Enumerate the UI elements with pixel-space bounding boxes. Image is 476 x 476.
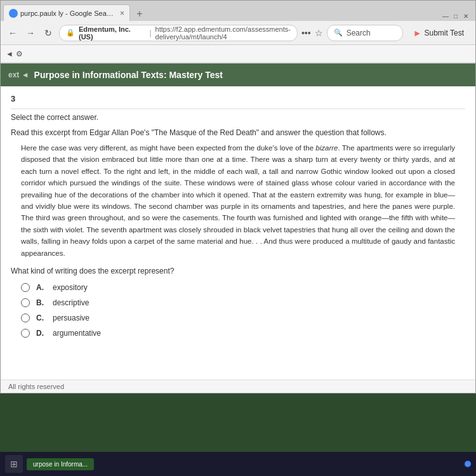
bookmarks-bar: ◄ ⚙	[1, 45, 475, 63]
browser-window: purpc.paulx ly - Google Search × + — □ ✕…	[0, 0, 476, 393]
separator	[11, 109, 465, 109]
page-title-bar: ext ◄ Purpose in Informational Texts: Ma…	[1, 63, 475, 86]
option-b-text: descriptive	[53, 298, 89, 307]
address-bar[interactable]: 🔒 Edmentum, Inc. (US) | https://f2.app.e…	[59, 25, 298, 41]
minimize-button[interactable]: —	[441, 12, 450, 21]
question-text: What kind of writing does the excerpt re…	[11, 267, 465, 275]
option-d[interactable]: D. argumentative	[21, 329, 465, 338]
tab-close-button[interactable]: ×	[120, 9, 124, 18]
search-label: Search	[347, 29, 371, 37]
content-area: 3 Select the correct answer. Read this e…	[1, 86, 475, 380]
taskbar-item-browser[interactable]: urpose in Informa...	[27, 458, 94, 470]
new-tab-button[interactable]: +	[133, 7, 147, 21]
search-icon: 🔍	[334, 29, 343, 37]
browser-tab-active[interactable]: purpc.paulx ly - Google Search ×	[3, 4, 130, 21]
site-name: Edmentum, Inc. (US)	[79, 25, 145, 41]
question-number: 3	[11, 94, 465, 103]
footer-text: All rights reserved	[8, 383, 64, 390]
passage-intro: Read this excerpt from Edgar Allan Poe's…	[11, 128, 465, 137]
taskbar-indicator	[465, 461, 471, 467]
footer-bar: All rights reserved	[1, 380, 475, 393]
option-a-label: A.	[36, 283, 46, 292]
option-b-label: B.	[36, 298, 46, 307]
radio-c[interactable]	[21, 314, 30, 322]
italic-word: bizarre	[315, 144, 338, 152]
desktop: purpc.paulx ly - Google Search × + — □ ✕…	[0, 0, 476, 476]
radio-a[interactable]	[21, 283, 30, 292]
refresh-button[interactable]: ↻	[41, 26, 55, 40]
forward-button[interactable]: →	[23, 26, 37, 40]
address-separator: |	[149, 29, 151, 37]
back-button[interactable]: ←	[6, 26, 20, 40]
desktop-background	[0, 393, 476, 452]
radio-d[interactable]	[21, 329, 30, 338]
browser-toolbar-right: ••• ☆	[301, 28, 323, 38]
address-bar-row: ← → ↻ 🔒 Edmentum, Inc. (US) | https://f2…	[1, 21, 475, 45]
option-b[interactable]: B. descriptive	[21, 298, 465, 307]
option-d-text: argumentative	[53, 329, 101, 338]
submit-icon: ►	[413, 28, 422, 38]
submit-test-label: Submit Test	[425, 29, 464, 37]
taskbar: ⊞ urpose in Informa...	[0, 452, 476, 476]
tab-bar: purpc.paulx ly - Google Search × + — □ ✕	[1, 1, 475, 21]
browser-chrome: purpc.paulx ly - Google Search × + — □ ✕…	[1, 1, 475, 63]
lock-icon: 🔒	[66, 29, 75, 37]
option-a-text: expository	[53, 283, 88, 292]
tab-label: purpc.paulx ly - Google Search	[20, 10, 115, 17]
bookmark-button[interactable]: ☆	[315, 28, 323, 38]
radio-b[interactable]	[21, 298, 30, 307]
search-bar[interactable]: 🔍 Search	[327, 25, 403, 41]
settings-icon[interactable]: ⚙	[16, 50, 23, 58]
nav-back-small[interactable]: ◄	[6, 50, 13, 58]
page-title: Purpose in Informational Texts: Mastery …	[34, 70, 223, 80]
tab-favicon	[9, 9, 18, 18]
option-d-label: D.	[36, 329, 46, 338]
close-button[interactable]: ✕	[461, 12, 470, 21]
question-instruction: Select the correct answer.	[11, 113, 465, 122]
option-c-text: persuasive	[53, 314, 89, 322]
option-c-label: C.	[36, 314, 46, 322]
window-controls: — □ ✕	[441, 12, 473, 21]
more-options-button[interactable]: •••	[301, 28, 311, 38]
maximize-button[interactable]: □	[451, 12, 460, 21]
taskbar-start[interactable]: ⊞	[5, 455, 23, 473]
answer-options: A. expository B. descriptive C. persuasi…	[11, 283, 465, 338]
option-a[interactable]: A. expository	[21, 283, 465, 292]
submit-test-button[interactable]: ► Submit Test	[407, 25, 470, 41]
option-c[interactable]: C. persuasive	[21, 314, 465, 322]
address-url: https://f2.app.edmentum.com/assessments-…	[155, 25, 291, 41]
page-nav-arrow[interactable]: ext ◄	[8, 70, 29, 79]
passage-text: Here the case was very different, as mig…	[21, 142, 455, 259]
